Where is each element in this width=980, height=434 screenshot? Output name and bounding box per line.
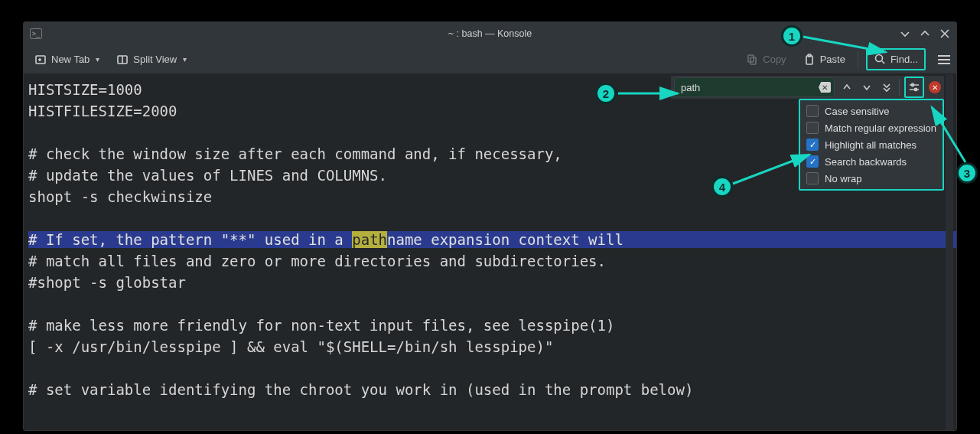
terminal-line: [ -x /usr/bin/lesspipe ] && eval "$(SHEL…: [28, 336, 952, 357]
search-input-wrapper: ✕: [674, 77, 835, 97]
new-tab-icon: [34, 54, 47, 66]
paste-button[interactable]: Paste: [799, 51, 850, 69]
copy-icon: [746, 54, 758, 66]
annotation-badge-1: 1: [781, 25, 803, 47]
option-label: Match regular expression: [825, 122, 936, 134]
terminal-line: [28, 357, 952, 379]
checkbox-unchecked-icon: [806, 172, 819, 184]
copy-button[interactable]: Copy: [741, 51, 790, 69]
scrollbar[interactable]: [946, 74, 953, 430]
terminal-line: #shopt -s globstar: [28, 272, 952, 293]
option-regex[interactable]: Match regular expression: [806, 122, 936, 134]
hamburger-menu[interactable]: [938, 55, 950, 64]
annotation-badge-2: 2: [595, 83, 617, 104]
toolbar: New Tab ▾ Split View ▾ Copy Paste Find..…: [24, 45, 956, 74]
terminal-line: [28, 293, 952, 315]
terminal-line: [28, 207, 952, 229]
find-button-highlight: Find...: [866, 48, 926, 70]
svg-line-12: [882, 61, 884, 64]
svg-point-11: [875, 55, 882, 62]
option-case-sensitive[interactable]: Case sensitive: [806, 105, 936, 117]
option-label: Search backwards: [825, 156, 907, 168]
minimize-button[interactable]: [898, 27, 912, 41]
terminal-line: # set variable identifying the chroot yo…: [28, 379, 952, 400]
checkbox-unchecked-icon: [806, 122, 819, 134]
paste-label: Paste: [820, 54, 845, 65]
new-tab-button[interactable]: New Tab ▾: [30, 51, 104, 69]
search-match-highlight: path: [352, 231, 387, 248]
find-bar: ✕ ✕: [671, 76, 944, 99]
titlebar: >_ ~ : bash — Konsole: [24, 22, 956, 45]
find-options-panel: Case sensitive Match regular expression …: [799, 99, 944, 191]
close-find-button[interactable]: ✕: [929, 81, 941, 93]
maximize-button[interactable]: [918, 27, 932, 41]
find-options-button[interactable]: [907, 79, 922, 96]
toolbar-separator: [858, 51, 858, 68]
konsole-window: >_ ~ : bash — Konsole New Tab ▾ Split Vi…: [23, 21, 957, 431]
find-all-button[interactable]: [879, 79, 894, 96]
find-bar-separator: [899, 79, 900, 96]
window-title: ~ : bash — Konsole: [24, 28, 956, 39]
split-view-button[interactable]: Split View ▾: [112, 51, 191, 69]
find-options-highlight: [904, 77, 924, 98]
find-next-button[interactable]: [859, 79, 874, 96]
option-label: Highlight all matches: [825, 139, 917, 151]
clear-search-icon[interactable]: ✕: [819, 82, 831, 93]
checkbox-checked-icon: ✓: [806, 155, 819, 168]
annotation-badge-4: 4: [711, 176, 733, 197]
option-search-backwards[interactable]: ✓ Search backwards: [806, 155, 936, 168]
search-icon: [874, 53, 886, 65]
terminal-line: # If set, the pattern "**" used in a pat…: [28, 229, 952, 250]
split-view-label: Split View: [133, 54, 177, 65]
paste-icon: [803, 54, 816, 66]
search-input[interactable]: [681, 78, 814, 96]
find-label: Find...: [890, 54, 918, 65]
checkbox-unchecked-icon: [806, 105, 819, 117]
terminal-line: # match all files and zero or more direc…: [28, 250, 952, 272]
window-controls: [898, 22, 952, 45]
terminal-line: # make less more friendly for non-text i…: [28, 315, 952, 336]
find-prev-button[interactable]: [839, 79, 855, 96]
option-no-wrap[interactable]: No wrap: [806, 172, 936, 184]
chevron-down-icon: ▾: [96, 55, 99, 64]
option-label: No wrap: [825, 173, 861, 184]
close-button[interactable]: [938, 27, 952, 41]
split-view-icon: [116, 54, 129, 66]
find-button[interactable]: Find...: [869, 51, 923, 67]
chevron-down-icon: ▾: [183, 55, 187, 64]
option-highlight-all[interactable]: ✓ Highlight all matches: [806, 139, 936, 151]
checkbox-checked-icon: ✓: [806, 139, 819, 151]
copy-label: Copy: [763, 54, 786, 65]
annotation-badge-3: 3: [956, 162, 978, 184]
option-label: Case sensitive: [825, 106, 890, 117]
new-tab-label: New Tab: [51, 54, 90, 65]
